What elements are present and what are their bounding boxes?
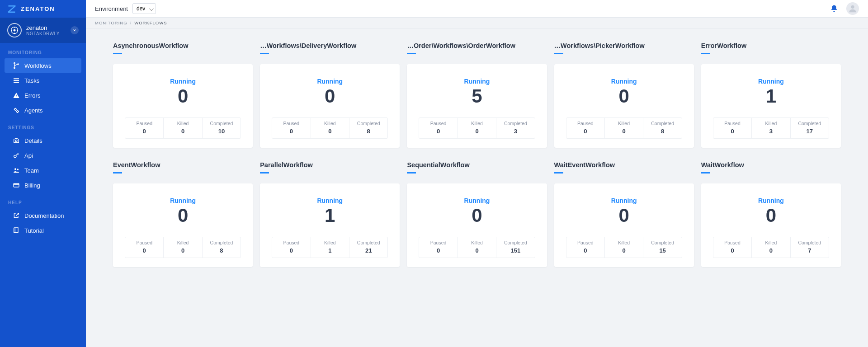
stat-value: 0 bbox=[460, 128, 494, 135]
stat-killed: Killed 0 bbox=[458, 118, 496, 138]
workflow-stats: Paused 0 Killed 0 Completed 8 bbox=[272, 117, 388, 139]
stat-label: Killed bbox=[313, 240, 347, 245]
stat-label: Paused bbox=[127, 240, 161, 245]
title-accent bbox=[554, 53, 563, 54]
stat-label: Paused bbox=[568, 121, 603, 126]
workflow-stats: Paused 0 Killed 3 Completed 17 bbox=[713, 117, 829, 139]
book-icon bbox=[13, 227, 20, 234]
stat-label: Killed bbox=[313, 121, 347, 126]
stat-killed: Killed 0 bbox=[604, 118, 643, 138]
running-label: Running bbox=[122, 78, 244, 85]
workflow-card[interactable]: Running 1 Paused 0 Killed 3 Completed 17 bbox=[701, 64, 841, 148]
svg-point-15 bbox=[14, 155, 16, 157]
breadcrumb-root[interactable]: MONITORING bbox=[95, 20, 127, 25]
title-accent bbox=[407, 53, 416, 54]
workflow-card[interactable]: Running 0 Paused 0 Killed 0 Completed 8 bbox=[260, 64, 400, 148]
workflow-card[interactable]: Running 0 Paused 0 Killed 0 Completed 15 bbox=[554, 183, 694, 267]
title-accent bbox=[554, 172, 563, 174]
org-name: zenaton bbox=[26, 24, 71, 31]
stat-label: Paused bbox=[421, 240, 455, 245]
main: Environment dev MONITORING / WORKFLOWS A… bbox=[86, 0, 868, 347]
logo[interactable]: ZENATON bbox=[0, 0, 86, 18]
sidebar-item-label: Agents bbox=[24, 107, 42, 114]
sidebar-item-details[interactable]: Details bbox=[5, 133, 81, 148]
notifications-icon[interactable] bbox=[830, 5, 838, 13]
workflow-card[interactable]: Running 0 Paused 0 Killed 0 Completed 8 bbox=[113, 183, 253, 267]
workflow-title[interactable]: EventWorkflow bbox=[113, 161, 253, 169]
stat-label: Completed bbox=[498, 240, 533, 245]
stat-paused: Paused 0 bbox=[272, 118, 310, 138]
stat-label: Completed bbox=[793, 240, 827, 245]
workflow-title[interactable]: …Workflows\PickerWorkflow bbox=[554, 42, 694, 49]
svg-point-19 bbox=[851, 5, 854, 9]
sidebar-item-documentation[interactable]: Documentation bbox=[5, 208, 81, 223]
stat-completed: Completed 151 bbox=[496, 237, 534, 258]
workflow-block: …Workflows\DeliveryWorkflow Running 0 Pa… bbox=[260, 42, 400, 148]
user-avatar[interactable] bbox=[846, 2, 859, 15]
sidebar-item-agents[interactable]: Agents bbox=[5, 103, 81, 117]
workflow-grid: AsynchronousWorkflow Running 0 Paused 0 … bbox=[113, 42, 841, 267]
stat-killed: Killed 0 bbox=[163, 118, 202, 138]
sidebar-item-tutorial[interactable]: Tutorial bbox=[5, 223, 81, 238]
workflow-title[interactable]: WaitEventWorkflow bbox=[554, 161, 694, 169]
running-label: Running bbox=[269, 197, 391, 204]
nav-section-label: MONITORING bbox=[0, 43, 86, 58]
workflow-stats: Paused 0 Killed 0 Completed 15 bbox=[566, 237, 682, 258]
workflow-block: …Order\Workflows\OrderWorkflow Running 5… bbox=[407, 42, 547, 148]
running-value: 0 bbox=[563, 86, 685, 107]
workflow-stats: Paused 0 Killed 0 Completed 8 bbox=[125, 237, 241, 258]
sidebar-item-workflows[interactable]: Workflows bbox=[5, 58, 81, 73]
stat-label: Completed bbox=[645, 121, 679, 126]
stat-label: Killed bbox=[754, 121, 788, 126]
workflow-title[interactable]: WaitWorkflow bbox=[701, 161, 841, 169]
sidebar-item-billing[interactable]: Billing bbox=[5, 178, 81, 192]
workflow-card[interactable]: Running 0 Paused 0 Killed 0 Completed 10 bbox=[113, 64, 253, 148]
org-info: zenaton NGTAKDRWLY bbox=[26, 24, 71, 36]
running-label: Running bbox=[122, 197, 244, 204]
running-value: 5 bbox=[416, 86, 538, 107]
stat-value: 7 bbox=[793, 247, 827, 254]
running-label: Running bbox=[710, 78, 832, 85]
stat-value: 0 bbox=[421, 128, 455, 135]
sidebar-item-team[interactable]: Team bbox=[5, 163, 81, 178]
svg-point-16 bbox=[14, 168, 16, 170]
stat-label: Completed bbox=[793, 121, 827, 126]
stat-completed: Completed 8 bbox=[349, 118, 387, 138]
workflow-title[interactable]: …Workflows\DeliveryWorkflow bbox=[260, 42, 400, 49]
workflow-card[interactable]: Running 0 Paused 0 Killed 0 Completed 15… bbox=[407, 183, 547, 267]
stat-completed: Completed 17 bbox=[790, 118, 829, 138]
breadcrumb-separator: / bbox=[130, 20, 132, 25]
workflow-card[interactable]: Running 0 Paused 0 Killed 0 Completed 8 bbox=[554, 64, 694, 148]
workflow-block: SequentialWorkflow Running 0 Paused 0 Ki… bbox=[407, 161, 547, 267]
sidebar-item-errors[interactable]: Errors bbox=[5, 88, 81, 103]
stat-label: Completed bbox=[351, 240, 386, 245]
workflow-card[interactable]: Running 0 Paused 0 Killed 0 Completed 7 bbox=[701, 183, 841, 267]
stat-label: Paused bbox=[274, 240, 308, 245]
org-switcher[interactable]: zenaton NGTAKDRWLY bbox=[0, 18, 86, 43]
workflow-title[interactable]: …Order\Workflows\OrderWorkflow bbox=[407, 42, 547, 49]
stat-label: Killed bbox=[607, 240, 641, 245]
workflow-card[interactable]: Running 5 Paused 0 Killed 0 Completed 3 bbox=[407, 64, 547, 148]
stat-label: Killed bbox=[754, 240, 788, 245]
sidebar: ZENATON zenaton NGTAKDRWLY MONITORINGWor… bbox=[0, 0, 86, 347]
stat-killed: Killed 3 bbox=[751, 118, 790, 138]
workflow-title[interactable]: AsynchronousWorkflow bbox=[113, 42, 253, 49]
environment-select[interactable]: dev bbox=[132, 3, 156, 14]
workflow-block: WaitEventWorkflow Running 0 Paused 0 Kil… bbox=[554, 161, 694, 267]
stat-label: Completed bbox=[498, 121, 533, 126]
workflow-title[interactable]: ParallelWorkflow bbox=[260, 161, 400, 169]
workflow-card[interactable]: Running 1 Paused 0 Killed 1 Completed 21 bbox=[260, 183, 400, 267]
stat-value: 0 bbox=[274, 247, 308, 254]
svg-point-12 bbox=[14, 108, 16, 110]
stat-value: 17 bbox=[793, 128, 827, 135]
workflow-title[interactable]: SequentialWorkflow bbox=[407, 161, 547, 169]
stat-value: 10 bbox=[204, 128, 239, 135]
stat-label: Killed bbox=[165, 240, 200, 245]
workflow-title[interactable]: ErrorWorkflow bbox=[701, 42, 841, 49]
sidebar-item-tasks[interactable]: Tasks bbox=[5, 73, 81, 88]
sidebar-item-api[interactable]: Api bbox=[5, 148, 81, 163]
svg-point-2 bbox=[14, 27, 15, 28]
sidebar-item-label: Team bbox=[24, 167, 39, 174]
stat-value: 151 bbox=[498, 247, 533, 254]
svg-point-6 bbox=[14, 62, 15, 64]
